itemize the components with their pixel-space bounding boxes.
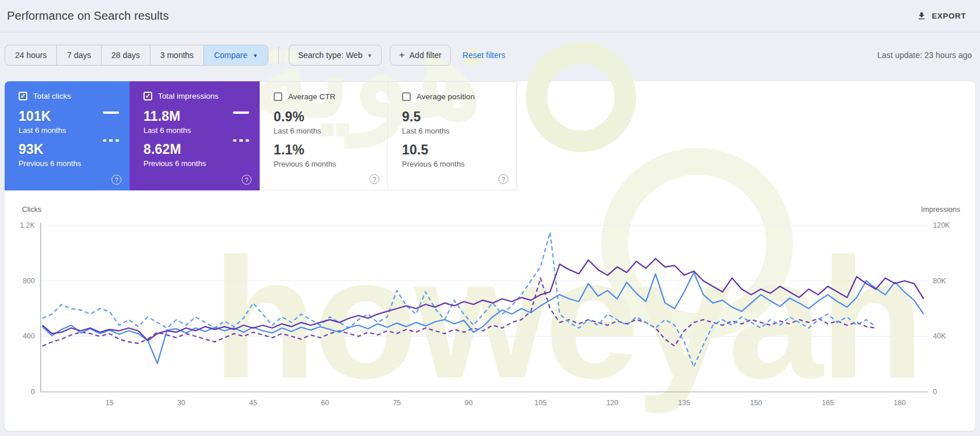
page-title: Performance on Search results	[7, 9, 169, 23]
tab-24-hours[interactable]: 24 hours	[5, 45, 57, 65]
x-axis-tick-label: 180	[893, 399, 906, 407]
last-update-text: Last update: 23 hours ago	[877, 51, 972, 60]
tab-28-days[interactable]: 28 days	[102, 45, 150, 65]
left-axis-tick-label: 0	[31, 388, 35, 396]
metric-card-average-position[interactable]: Average position 9.5 Last 6 months 10.5 …	[387, 81, 517, 190]
tab-compare[interactable]: Compare ▼	[204, 45, 268, 65]
performance-panel: ✓ Total clicks 101K Last 6 months 93K Pr…	[5, 81, 975, 431]
line-chart-canvas[interactable]: 1.2K8004000120K80K40K0153045607590105120…	[5, 190, 975, 431]
metric-label: Total impressions	[158, 92, 218, 100]
x-axis-tick-label: 90	[465, 399, 473, 407]
left-axis-tick-label: 1.2K	[20, 221, 35, 229]
reset-filters-button[interactable]: Reset filters	[462, 51, 505, 60]
x-axis-tick-label: 165	[822, 399, 834, 407]
help-icon[interactable]: ?	[242, 175, 252, 185]
chevron-down-icon: ▼	[253, 53, 258, 59]
x-axis-tick-label: 60	[321, 399, 329, 407]
metric-secondary-caption: Previous 6 months	[402, 160, 507, 168]
series-clicks-previous-6-months	[42, 232, 876, 367]
chevron-down-icon: ▼	[367, 53, 372, 59]
x-axis-tick-label: 120	[606, 399, 619, 407]
x-axis-tick-label: 135	[678, 399, 690, 407]
left-axis-tick-label: 800	[23, 277, 35, 285]
metric-card-average-ctr[interactable]: Average CTR 0.9% Last 6 months 1.1% Prev…	[260, 81, 387, 190]
tab-3-months[interactable]: 3 months	[150, 45, 204, 65]
dashed-line-legend-icon	[103, 139, 119, 142]
download-icon	[917, 11, 927, 21]
solid-line-legend-icon	[233, 111, 249, 114]
compare-label: Compare	[214, 51, 247, 60]
right-axis-tick-label: 0	[933, 388, 937, 396]
metric-primary-caption: Last 6 months	[274, 127, 378, 135]
series-impressions-previous-6-months	[42, 278, 876, 346]
left-axis-title: Clicks	[22, 206, 41, 214]
export-button[interactable]: EXPORT	[911, 6, 972, 26]
add-filter-button[interactable]: + Add filter	[390, 45, 451, 66]
metric-primary-value: 0.9%	[274, 109, 378, 125]
right-axis-tick-label: 40K	[933, 332, 946, 340]
x-axis-tick-label: 45	[249, 399, 257, 407]
x-axis-tick-label: 30	[177, 399, 185, 407]
metric-label: Average CTR	[288, 92, 336, 101]
x-axis-tick-label: 105	[534, 399, 547, 407]
filter-divider	[278, 46, 279, 64]
metric-secondary-caption: Previous 6 months	[19, 159, 120, 168]
checkbox-checked-icon[interactable]: ✓	[19, 92, 27, 100]
metric-secondary-value: 93K	[19, 142, 120, 157]
help-icon[interactable]: ?	[369, 174, 379, 184]
metric-secondary-caption: Previous 6 months	[274, 160, 378, 168]
search-type-label: Search type: Web	[298, 51, 362, 60]
x-axis-tick-label: 75	[393, 399, 401, 407]
checkbox-unchecked-icon[interactable]	[274, 92, 282, 101]
metric-label: Total clicks	[33, 92, 71, 100]
help-icon[interactable]: ?	[112, 175, 121, 185]
x-axis-tick-label: 150	[750, 399, 762, 407]
x-axis-tick-label: 15	[105, 399, 113, 407]
search-type-dropdown[interactable]: Search type: Web ▼	[289, 45, 382, 66]
metric-cards-row: ✓ Total clicks 101K Last 6 months 93K Pr…	[5, 81, 975, 190]
metric-secondary-caption: Previous 6 months	[143, 159, 250, 168]
solid-line-legend-icon	[103, 111, 119, 114]
metric-primary-caption: Last 6 months	[19, 126, 120, 135]
metric-label: Average position	[417, 92, 475, 101]
date-range-tabs: 24 hours 7 days 28 days 3 months Compare…	[5, 45, 268, 66]
dashed-line-legend-icon	[233, 139, 249, 142]
metric-primary-caption: Last 6 months	[402, 127, 507, 135]
metric-card-total-impressions[interactable]: ✓ Total impressions 11.8M Last 6 months …	[130, 81, 260, 190]
metric-secondary-value: 10.5	[402, 142, 507, 158]
right-axis-tick-label: 120K	[933, 221, 950, 229]
checkbox-checked-icon[interactable]: ✓	[143, 92, 152, 100]
filter-bar: 24 hours 7 days 28 days 3 months Compare…	[0, 33, 980, 81]
metric-secondary-value: 1.1%	[274, 142, 378, 158]
checkbox-unchecked-icon[interactable]	[402, 92, 411, 101]
metric-card-total-clicks[interactable]: ✓ Total clicks 101K Last 6 months 93K Pr…	[5, 81, 130, 190]
export-label: EXPORT	[932, 12, 966, 20]
tab-7-days[interactable]: 7 days	[57, 45, 101, 65]
metric-primary-caption: Last 6 months	[143, 126, 250, 135]
metric-secondary-value: 8.62M	[143, 142, 250, 157]
performance-chart: Clicks Impressions 1.2K8004000120K80K40K…	[5, 190, 975, 431]
plus-icon: +	[399, 52, 405, 59]
help-icon[interactable]: ?	[498, 174, 508, 184]
metric-primary-value: 9.5	[402, 109, 507, 125]
right-axis-title: Impressions	[921, 206, 960, 214]
add-filter-label: Add filter	[410, 51, 441, 60]
page-header: Performance on Search results EXPORT	[0, 0, 980, 33]
right-axis-tick-label: 80K	[933, 277, 946, 285]
left-axis-tick-label: 400	[23, 332, 35, 340]
